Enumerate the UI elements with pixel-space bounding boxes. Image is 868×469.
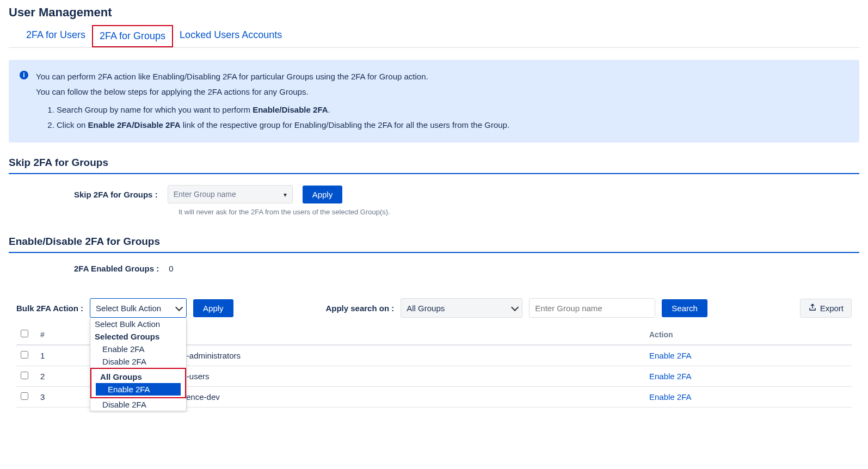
page-title: User Management	[9, 5, 859, 20]
info-icon: i	[20, 71, 28, 79]
skip-group-select[interactable]: Enter Group name	[168, 185, 293, 203]
enable-heading: Enable/Disable 2FA for Groups	[9, 236, 859, 248]
tab-2fa-users[interactable]: 2FA for Users	[20, 25, 92, 47]
row-name: uence-users	[160, 366, 645, 387]
skip-row: Skip 2FA for Groups : Enter Group name A…	[74, 185, 859, 203]
row-checkbox[interactable]	[21, 392, 28, 400]
info-line2: You can follow the below steps for apply…	[36, 85, 509, 99]
apply-search-label: Apply search on :	[325, 304, 394, 313]
skip-label: Skip 2FA for Groups :	[74, 190, 158, 199]
skip-apply-button[interactable]: Apply	[303, 186, 343, 203]
tabs-bar: 2FA for Users 2FA for Groups Locked User…	[9, 25, 859, 48]
chevron-down-icon	[175, 304, 181, 313]
info-line1: You can perform 2FA action like Enabling…	[36, 70, 509, 84]
bulk-action-value: Select Bulk Action	[96, 304, 161, 313]
export-label: Export	[820, 304, 844, 313]
enabled-groups-row: 2FA Enabled Groups : 0	[74, 264, 859, 273]
row-checkbox[interactable]	[21, 351, 28, 359]
col-name: Name	[160, 324, 645, 345]
tab-locked-users[interactable]: Locked Users Accounts	[173, 25, 288, 47]
bulk-action-select[interactable]: Select Bulk Action Select Bulk Action Se…	[90, 298, 187, 318]
group-search-input[interactable]	[529, 298, 655, 318]
row-checkbox[interactable]	[21, 372, 28, 379]
enable-2fa-link[interactable]: Enable 2FA	[649, 372, 692, 381]
enable-2fa-link[interactable]: Enable 2FA	[649, 392, 692, 402]
toolbar: Bulk 2FA Action : Select Bulk Action Sel…	[9, 298, 859, 318]
skip-hint: It will never ask for the 2FA from the u…	[178, 208, 859, 216]
section-divider-2	[9, 252, 859, 253]
enable-2fa-link[interactable]: Enable 2FA	[649, 351, 692, 360]
bulk-option-all-disable[interactable]: Disable 2FA	[90, 398, 186, 411]
skip-heading: Skip 2FA for Groups	[9, 157, 859, 169]
chevron-down-icon	[511, 304, 516, 313]
filter-select[interactable]: All Groups	[401, 298, 522, 318]
bulk-group-all: All Groups	[96, 371, 181, 383]
bulk-option-default[interactable]: Select Bulk Action	[90, 318, 186, 330]
info-step-1: Search Group by name for which you want …	[57, 103, 509, 117]
enabled-groups-count: 0	[169, 264, 173, 273]
bulk-group-selected: Selected Groups	[90, 330, 186, 343]
bulk-option-selected-disable[interactable]: Disable 2FA	[90, 355, 186, 368]
bulk-apply-button[interactable]: Apply	[193, 299, 233, 317]
bulk-option-all-enable[interactable]: Enable 2FA	[96, 383, 181, 396]
bulk-action-trigger[interactable]: Select Bulk Action	[90, 298, 187, 318]
col-action: Action	[645, 324, 852, 345]
export-icon	[808, 303, 817, 313]
enabled-groups-label: 2FA Enabled Groups :	[74, 264, 159, 273]
search-button[interactable]: Search	[662, 299, 707, 317]
info-content: You can perform 2FA action like Enabling…	[36, 70, 509, 133]
info-step-2: Click on Enable 2FA/Disable 2FA link of …	[57, 118, 509, 132]
tab-2fa-groups[interactable]: 2FA for Groups	[92, 25, 173, 47]
row-name: uence-administrators	[160, 345, 645, 366]
bulk-action-dropdown: Select Bulk Action Selected Groups Enabl…	[90, 318, 187, 411]
chevron-down-icon	[284, 190, 287, 199]
export-button[interactable]: Export	[800, 299, 852, 318]
filter-value: All Groups	[407, 304, 445, 313]
select-all-checkbox[interactable]	[21, 330, 28, 337]
skip-group-placeholder: Enter Group name	[174, 190, 236, 199]
row-name: confluence-dev	[160, 387, 645, 408]
section-divider	[9, 173, 859, 174]
bulk-option-selected-enable[interactable]: Enable 2FA	[90, 343, 186, 355]
col-checkbox	[16, 324, 35, 345]
bulk-action-label: Bulk 2FA Action :	[16, 304, 83, 313]
info-panel: i You can perform 2FA action like Enabli…	[9, 60, 859, 143]
